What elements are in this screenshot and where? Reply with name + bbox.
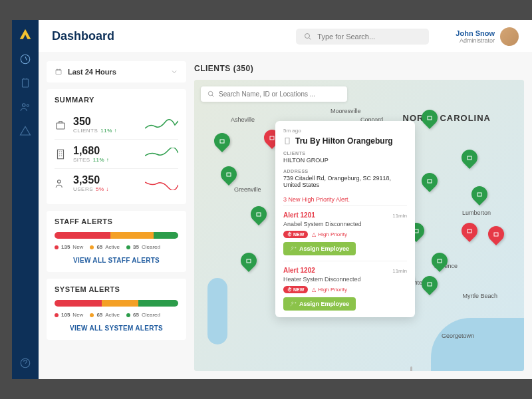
sidebar xyxy=(12,20,39,379)
svg-rect-21 xyxy=(494,233,498,236)
svg-rect-10 xyxy=(220,140,224,143)
svg-rect-6 xyxy=(56,70,61,75)
user-plus-icon xyxy=(290,245,297,252)
building-icon xyxy=(55,148,66,160)
svg-point-28 xyxy=(292,302,294,304)
summary-title: SUMMARY xyxy=(55,96,178,104)
svg-rect-1 xyxy=(23,79,29,87)
nav-users-icon[interactable] xyxy=(19,101,31,113)
main: Dashboard John Snow Administrator Last 2… xyxy=(39,20,532,379)
avatar xyxy=(500,27,519,46)
sparkline xyxy=(145,118,178,132)
header: Dashboard John Snow Administrator xyxy=(39,20,532,53)
priority-badge: △ High Priority xyxy=(312,287,347,293)
left-column: Last 24 Hours SUMMARY 350 CLIENTS 11% ↑ xyxy=(47,61,186,371)
svg-rect-18 xyxy=(477,193,481,196)
building-icon xyxy=(283,137,291,145)
svg-rect-26 xyxy=(285,138,289,144)
users-icon xyxy=(55,178,66,190)
user-role: Administrator xyxy=(456,37,495,44)
system-alerts-legend: 105 New 65 Active 65 Cleared xyxy=(55,312,178,318)
system-alerts-bar xyxy=(55,300,178,307)
nav-help-icon[interactable] xyxy=(19,357,31,369)
chevron-down-icon xyxy=(170,68,178,76)
app-window: Dashboard John Snow Administrator Last 2… xyxy=(12,20,532,379)
popup-title: Tru By Hilton Orangeburg xyxy=(283,136,407,146)
svg-rect-17 xyxy=(428,180,432,183)
sparkline xyxy=(145,177,178,190)
user-name: John Snow xyxy=(456,29,495,37)
nav-clients-icon[interactable] xyxy=(19,77,31,89)
system-alerts-title: SYSTEM ALERTS xyxy=(55,285,178,293)
svg-rect-13 xyxy=(257,213,261,216)
nav-alerts-icon[interactable] xyxy=(19,125,31,137)
new-badge: ⏱ NEW xyxy=(283,231,308,238)
svg-point-2 xyxy=(23,104,26,107)
staff-alerts-bar xyxy=(55,232,178,239)
sparkline xyxy=(145,148,178,161)
svg-rect-11 xyxy=(227,173,231,176)
stat-clients: 350 CLIENTS 11% ↑ xyxy=(55,110,178,140)
popup-warning: 3 New High Priority Alert. xyxy=(283,194,407,206)
svg-rect-16 xyxy=(467,156,471,160)
new-badge: ⏱ NEW xyxy=(283,286,308,293)
staff-alerts-title: STAFF ALERTS xyxy=(55,217,178,225)
stat-sites: 1,680 SITES 11% ↑ xyxy=(55,140,178,169)
clients-header: CLIENTS (350) xyxy=(194,61,524,80)
svg-rect-22 xyxy=(438,259,442,263)
summary-panel: SUMMARY 350 CLIENTS 11% ↑ 1,680 S xyxy=(47,89,186,204)
popup-time: 5m ago xyxy=(283,128,407,134)
svg-point-25 xyxy=(208,91,212,95)
alert-id: Alert 1202 xyxy=(283,267,315,274)
map-search[interactable] xyxy=(201,86,347,102)
system-alerts-panel: SYSTEM ALERTS 105 New 65 Active 65 Clear… xyxy=(47,279,186,340)
search-icon xyxy=(207,90,215,98)
time-filter[interactable]: Last 24 Hours xyxy=(47,61,186,82)
staff-alerts-panel: STAFF ALERTS 135 New 65 Active 35 Cleare… xyxy=(47,211,186,272)
assign-employee-button[interactable]: Assign Employee xyxy=(283,242,356,255)
region-label: NORTH CAROLINA xyxy=(403,113,491,123)
time-filter-label: Last 24 Hours xyxy=(68,68,116,76)
alert-id: Alert 1201 xyxy=(283,211,315,219)
search-icon xyxy=(304,33,312,41)
stat-value: 1,680 xyxy=(73,145,138,157)
map-search-input[interactable] xyxy=(219,90,340,98)
view-all-staff-alerts[interactable]: VIEW ALL STAFF ALERTS xyxy=(55,250,178,265)
svg-point-3 xyxy=(27,104,29,106)
alert-card: Alert 1201 11min Anabel System Disconnec… xyxy=(283,211,407,261)
map[interactable]: NORTH CAROLINA Asheville Greenville Moor… xyxy=(194,80,524,371)
page-title: Dashboard xyxy=(52,29,114,43)
svg-rect-15 xyxy=(428,116,432,120)
view-all-system-alerts[interactable]: VIEW ALL SYSTEM ALERTS xyxy=(55,318,178,333)
svg-point-5 xyxy=(305,33,310,38)
priority-badge: △ High Priority xyxy=(312,231,347,237)
staff-alerts-legend: 135 New 65 Active 35 Cleared xyxy=(55,244,178,250)
svg-rect-14 xyxy=(247,259,251,263)
logo xyxy=(19,28,32,41)
svg-rect-20 xyxy=(467,229,471,233)
global-search[interactable] xyxy=(296,29,429,45)
scrollbar[interactable] xyxy=(410,366,412,371)
user-menu[interactable]: John Snow Administrator xyxy=(456,27,519,46)
svg-point-27 xyxy=(292,247,294,249)
search-input[interactable] xyxy=(317,33,421,41)
calendar-icon xyxy=(55,68,63,76)
briefcase-icon xyxy=(55,119,66,131)
svg-point-0 xyxy=(21,55,30,64)
svg-point-9 xyxy=(58,180,61,183)
location-popup: 5m ago Tru By Hilton Orangeburg CLIENTS … xyxy=(275,121,415,317)
right-column: CLIENTS (350) NORTH CAROLINA Asheville G… xyxy=(194,61,524,371)
stat-value: 350 xyxy=(73,116,138,128)
svg-rect-7 xyxy=(57,123,65,129)
assign-employee-button[interactable]: Assign Employee xyxy=(283,297,356,311)
stat-value: 3,350 xyxy=(73,174,138,186)
content: Last 24 Hours SUMMARY 350 CLIENTS 11% ↑ xyxy=(39,53,532,379)
stat-users: 3,350 USERS 5% ↓ xyxy=(55,169,178,198)
svg-rect-8 xyxy=(58,150,64,159)
svg-rect-12 xyxy=(270,136,274,140)
svg-rect-24 xyxy=(428,283,432,286)
user-plus-icon xyxy=(290,301,297,307)
alert-card: Alert 1202 11min Heater System Disconnec… xyxy=(283,267,407,311)
nav-dashboard-icon[interactable] xyxy=(19,53,31,65)
